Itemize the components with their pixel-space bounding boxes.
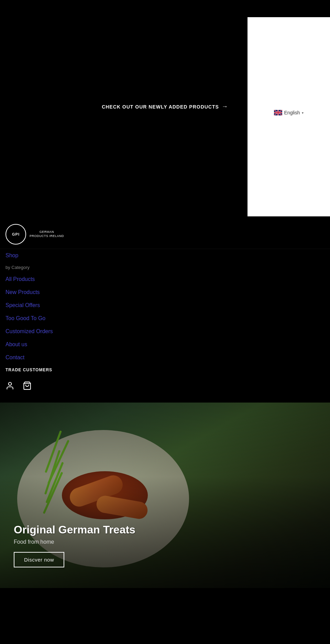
nav-item-too-good-to-go[interactable]: Too Good To Go [0, 312, 330, 325]
hero-food-section: Original German Treats Food from home Di… [0, 403, 330, 588]
nav-by-category-label: by Category [0, 262, 330, 273]
logo-bar: GPI GERMAN PRODUCTS IRELAND [0, 220, 330, 249]
logo-name: GERMAN PRODUCTS IRELAND [30, 230, 64, 238]
nav-item-shop[interactable]: Shop [0, 249, 330, 262]
bottom-icons-bar [0, 376, 330, 396]
language-panel: English ▾ [248, 17, 330, 216]
discover-button[interactable]: Discver now [14, 552, 64, 567]
cta-text: CHECK OUT our newly added products [102, 104, 219, 110]
language-label: English [284, 110, 300, 115]
logo-gpi-text: GPI [12, 232, 20, 236]
logo-line2: PRODUCTS IRELAND [30, 234, 64, 238]
nav-item-special-offers[interactable]: Special Offers [0, 299, 330, 312]
logo-icon: GPI [6, 224, 26, 245]
nav-trade-customers[interactable]: TRADE CUSTOMERS [0, 364, 330, 376]
nav-item-new-products[interactable]: New Products [0, 286, 330, 299]
cart-icon[interactable] [23, 381, 32, 390]
hero-food-subtitle: Food from home [14, 539, 316, 545]
nav-item-all-products[interactable]: All Products [0, 273, 330, 286]
hero-black-section: CHECK OUT our newly added products → Eng… [0, 0, 330, 220]
user-icon[interactable] [6, 381, 14, 390]
logo-line1: GERMAN [30, 230, 64, 234]
uk-flag-icon [274, 110, 282, 115]
arrow-icon: → [222, 103, 228, 110]
chevron-down-icon: ▾ [302, 111, 304, 115]
language-selector[interactable]: English ▾ [274, 110, 304, 115]
bottom-black-area [0, 588, 330, 622]
hero-food-title: Original German Treats [14, 523, 316, 536]
nav-item-customized-orders[interactable]: Customized Orders [0, 325, 330, 338]
new-products-cta[interactable]: CHECK OUT our newly added products → [102, 103, 228, 110]
hero-food-content: Original German Treats Food from home Di… [14, 523, 316, 567]
nav-item-contact[interactable]: Contact [0, 351, 330, 364]
nav-sidebar: GPI GERMAN PRODUCTS IRELAND Shop by Cate… [0, 220, 330, 403]
svg-point-1 [9, 382, 12, 385]
nav-item-about-us[interactable]: About us [0, 338, 330, 351]
